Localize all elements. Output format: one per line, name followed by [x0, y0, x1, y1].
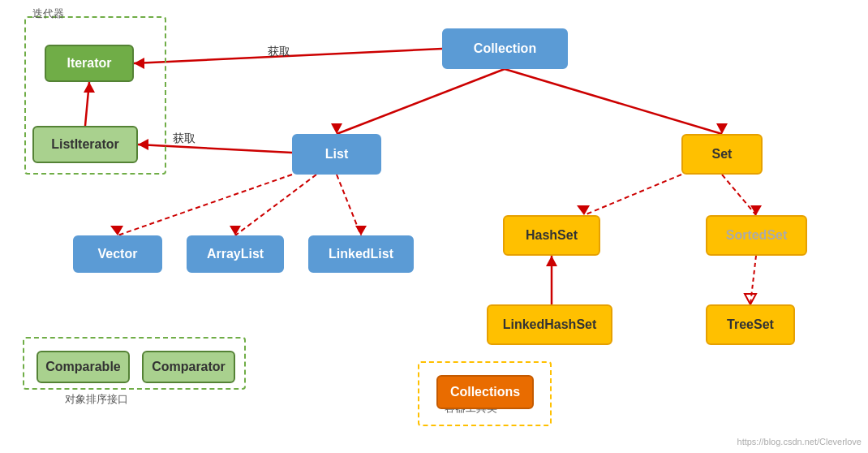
arraylist-node: ArrayList	[187, 235, 284, 273]
collection-node: Collection	[442, 28, 568, 69]
svg-line-12	[722, 175, 756, 215]
svg-marker-17	[745, 294, 756, 304]
collections-node: Collections	[436, 375, 534, 409]
svg-line-2	[505, 69, 722, 134]
svg-line-10	[584, 175, 681, 215]
svg-marker-15	[546, 256, 557, 266]
svg-line-0	[337, 69, 505, 134]
svg-line-6	[235, 175, 316, 235]
svg-line-8	[337, 175, 361, 235]
vector-node: Vector	[73, 235, 162, 273]
comparable-node: Comparable	[37, 351, 130, 383]
linkedhashset-node: LinkedHashSet	[487, 304, 612, 345]
listiterator-node: ListIterator	[32, 126, 138, 163]
svg-line-4	[118, 175, 292, 235]
sortedset-node: SortedSet	[706, 215, 807, 256]
svg-marker-3	[716, 123, 728, 134]
svg-marker-11	[577, 205, 590, 215]
diagram: 迭代器 对象排序接口 容器工具类 Collection List Set Vec…	[0, 0, 868, 453]
list-node: List	[292, 134, 381, 175]
linkedlist-node: LinkedList	[308, 235, 414, 273]
watermark: https://blog.csdn.net/Cleverlove	[737, 437, 862, 447]
svg-line-16	[750, 256, 756, 304]
set-node: Set	[681, 134, 763, 175]
svg-marker-9	[355, 226, 367, 235]
comparator-node: Comparator	[142, 351, 235, 383]
hashset-node: HashSet	[503, 215, 600, 256]
svg-marker-13	[750, 205, 762, 215]
svg-marker-1	[331, 123, 342, 134]
svg-marker-7	[230, 226, 241, 235]
sort-box-label: 对象排序接口	[65, 392, 128, 407]
get2-label: 获取	[173, 132, 196, 146]
svg-marker-5	[110, 226, 123, 235]
treeset-node: TreeSet	[706, 304, 795, 345]
iterator-box-label: 迭代器	[32, 6, 64, 21]
get1-label: 获取	[268, 45, 290, 59]
iterator-node: Iterator	[45, 45, 134, 82]
